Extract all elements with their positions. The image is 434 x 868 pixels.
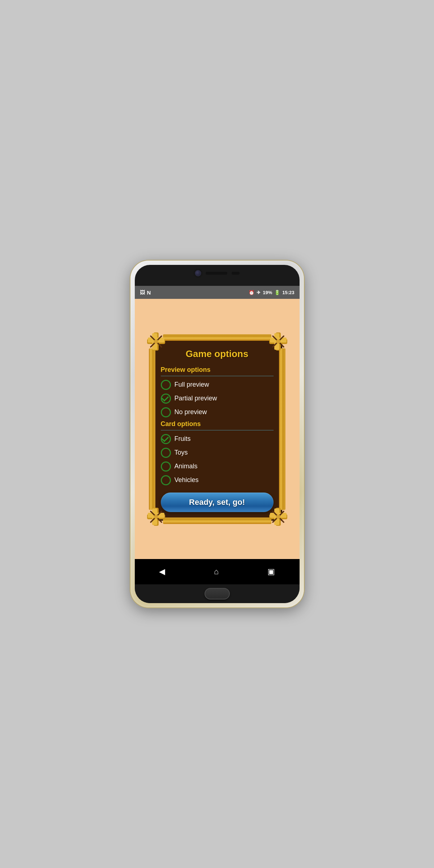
option-animals[interactable]: Animals [161,461,274,472]
status-left-icons: 🖼 N [140,289,151,296]
label-partial-preview: Partial preview [175,395,217,402]
game-area: Game options Preview options Full previe… [135,299,300,559]
svg-point-27 [276,515,280,519]
frame-right [279,348,285,510]
battery-percent: 19% [263,290,272,295]
preview-options-title: Preview options [161,366,274,374]
battery-icon: 🔋 [274,290,280,295]
status-right-area: ⏰ ✈ 19% 🔋 15:23 [249,290,294,295]
game-title: Game options [161,348,274,360]
speaker [206,272,227,275]
phone-screen: 🖼 N ⏰ ✈ 19% 🔋 15:23 [135,265,300,603]
card-options-title: Card options [161,420,274,428]
airplane-icon: ✈ [257,290,261,295]
home-button-area [135,584,300,603]
time-display: 15:23 [282,290,294,295]
corner-top-left [147,332,165,351]
radio-no-preview[interactable] [161,407,171,417]
label-full-preview: Full preview [175,381,209,388]
status-bar: 🖼 N ⏰ ✈ 19% 🔋 15:23 [135,286,300,299]
option-partial-preview[interactable]: Partial preview [161,394,274,404]
bottom-navigation: ◀ ⌂ ▣ [135,559,300,584]
phone-device: 🖼 N ⏰ ✈ 19% 🔋 15:23 [130,261,304,607]
option-full-preview[interactable]: Full preview [161,380,274,390]
radio-animals[interactable] [161,461,171,472]
physical-home-button[interactable] [205,588,230,600]
radio-full-preview[interactable] [161,380,171,390]
front-camera [195,270,201,276]
radio-partial-preview[interactable] [161,394,171,404]
recent-button[interactable]: ▣ [260,564,282,579]
svg-point-13 [276,339,280,344]
radio-fruits[interactable] [161,434,171,444]
label-vehicles: Vehicles [175,476,199,484]
phone-top-area [195,270,240,276]
sensor [232,272,240,275]
label-fruits: Fruits [175,435,191,443]
label-animals: Animals [175,463,198,470]
option-toys[interactable]: Toys [161,448,274,458]
radio-vehicles[interactable] [161,475,171,485]
alarm-icon: ⏰ [249,290,254,295]
notification-icon-image: 🖼 [140,289,145,295]
svg-point-20 [154,515,158,519]
preview-divider [161,376,274,376]
option-vehicles[interactable]: Vehicles [161,475,274,485]
label-no-preview: No preview [175,408,207,416]
card-divider [161,430,274,430]
radio-toys[interactable] [161,448,171,458]
notification-icon-n: N [147,289,151,296]
back-button[interactable]: ◀ [152,564,172,579]
frame-bottom [163,517,271,524]
option-no-preview[interactable]: No preview [161,407,274,417]
frame-left [149,348,155,510]
home-button[interactable]: ⌂ [207,564,226,579]
label-toys: Toys [175,449,188,456]
corner-top-right [269,332,287,351]
svg-point-6 [154,339,158,344]
frame-top [163,334,271,341]
ready-button[interactable]: Ready, set, go! [161,493,274,512]
option-fruits[interactable]: Fruits [161,434,274,444]
wooden-frame: Game options Preview options Full previe… [152,338,282,521]
corner-bottom-left [147,508,165,526]
corner-bottom-right [269,508,287,526]
